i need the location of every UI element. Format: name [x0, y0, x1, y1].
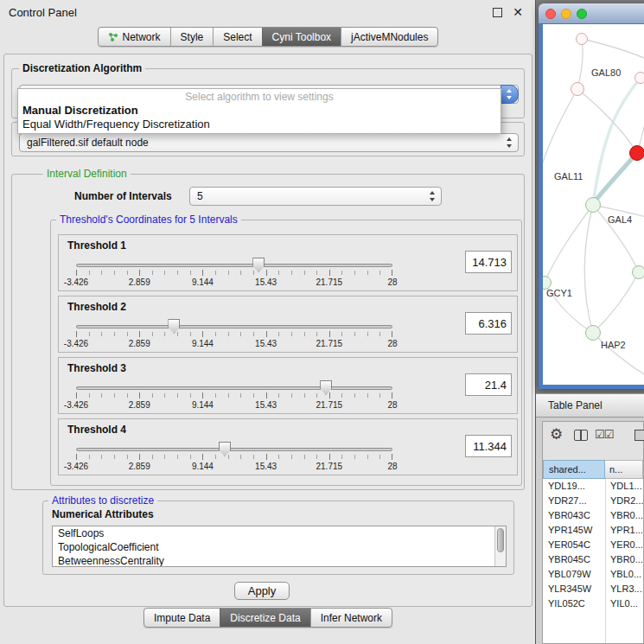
- node-label: GAL4: [608, 214, 632, 225]
- panel-title: Control Panel: [9, 6, 77, 19]
- slider-track[interactable]: [76, 448, 392, 451]
- threshold-2-slider[interactable]: -3.4262.8599.14415.4321.71528: [76, 317, 392, 350]
- threshold-4-slider[interactable]: -3.4262.8599.14415.4321.71528: [76, 440, 392, 473]
- discretization-algorithm-group: Discretization Algorithm Select algorith…: [11, 68, 525, 118]
- cyni-mode-tabs: Impute Data Discretize Data Infer Networ…: [0, 608, 536, 628]
- network-node[interactable]: [585, 197, 601, 213]
- node-label: GCY1: [546, 288, 572, 298]
- column-header-shared-name[interactable]: shared...: [543, 460, 605, 479]
- slider-track[interactable]: [76, 264, 392, 267]
- table-row[interactable]: YER054CYER0...: [543, 538, 643, 552]
- slider-ticks: [76, 271, 392, 275]
- network-node[interactable]: [585, 325, 601, 341]
- threshold-coordinates-group: Threshold's Coordinates for 5 Intervals …: [50, 220, 522, 486]
- numerical-attributes-label: Numerical Attributes: [52, 508, 154, 520]
- group-title: Attributes to discretize: [48, 494, 157, 507]
- list-item[interactable]: BetweennessCentrality: [53, 554, 506, 567]
- number-of-intervals-combobox[interactable]: 5: [189, 187, 442, 206]
- table-function-icon[interactable]: [634, 430, 644, 441]
- tab-discretize-data[interactable]: Discretize Data: [220, 609, 309, 627]
- threshold-1-value-field[interactable]: [465, 251, 512, 273]
- mac-zoom-icon[interactable]: [577, 9, 587, 19]
- column-header-name[interactable]: n...: [605, 460, 643, 479]
- node-label: GAL11: [554, 171, 583, 182]
- table-body: YDL19...YDL1... YDR27...YDR2... YBR043CY…: [543, 479, 643, 643]
- table-row[interactable]: YPR145WYPR1...: [543, 523, 643, 538]
- chevron-updown-icon: [506, 137, 513, 148]
- gear-icon[interactable]: ⚙: [550, 427, 563, 443]
- table-header-row: shared... n...: [543, 460, 643, 479]
- slider-track[interactable]: [76, 386, 392, 390]
- tab-network[interactable]: Network: [99, 28, 170, 46]
- table-row[interactable]: YDR27...YDR2...: [543, 494, 643, 508]
- mac-close-icon[interactable]: [545, 9, 556, 19]
- tab-jactivemnodules[interactable]: jActiveMNodules: [341, 28, 437, 46]
- network-canvas[interactable]: GAL80 GAL11 GAL4 GCY1 HAP2: [543, 24, 644, 385]
- table-data-combobox[interactable]: galFiltered.sif default node: [19, 133, 519, 152]
- group-title: Interval Definition: [43, 168, 131, 180]
- threshold-4-value-field[interactable]: [465, 435, 512, 457]
- tab-impute-data[interactable]: Impute Data: [144, 609, 220, 627]
- table-row[interactable]: YBR045CYBR0...: [543, 552, 643, 567]
- network-node[interactable]: [632, 265, 644, 279]
- select-all-icon[interactable]: ☑☑: [595, 428, 613, 441]
- table-panel-header[interactable]: Table Panel: [536, 393, 644, 418]
- threshold-4-panel: Threshold 4 -3.4262.8599.14415.4321.7152…: [58, 418, 518, 475]
- attributes-group: Attributes to discretize Numerical Attri…: [42, 501, 514, 575]
- algorithm-dropdown-popup: Select algorithm to view settings Manual…: [17, 88, 501, 134]
- threshold-label: Threshold 3: [67, 362, 126, 374]
- network-node[interactable]: [634, 72, 644, 84]
- list-item[interactable]: TopologicalCoefficient: [53, 540, 506, 554]
- slider-track[interactable]: [76, 325, 392, 328]
- tab-style[interactable]: Style: [170, 28, 214, 46]
- float-window-icon[interactable]: [493, 8, 502, 17]
- mac-minimize-icon[interactable]: [561, 9, 571, 19]
- dropdown-prompt: Select algorithm to view settings: [18, 91, 501, 104]
- number-of-intervals-label: Number of Intervals: [74, 190, 172, 202]
- control-panel: Control Panel ✕ Network Style Select Cyn…: [0, 0, 536, 644]
- column-chooser-icon[interactable]: [574, 430, 588, 441]
- network-node[interactable]: [576, 33, 588, 45]
- dropdown-option-manual[interactable]: Manual Discretization: [18, 104, 501, 118]
- chevron-updown-icon: [429, 191, 436, 201]
- attributes-listbox[interactable]: SelfLoops TopologicalCoefficient Between…: [52, 526, 507, 567]
- threshold-3-value-field[interactable]: [465, 373, 512, 396]
- threshold-label: Threshold 1: [67, 239, 126, 252]
- network-view-window: GAL80 GAL11 GAL4 GCY1 HAP2: [539, 3, 644, 389]
- network-node-selected[interactable]: [629, 145, 644, 161]
- network-node[interactable]: [571, 82, 584, 96]
- threshold-label: Threshold 4: [67, 424, 126, 436]
- list-item[interactable]: SelfLoops: [53, 526, 506, 540]
- table-row[interactable]: YLR345WYLR3...: [543, 582, 643, 596]
- threshold-2-value-field[interactable]: [465, 312, 512, 335]
- threshold-1-slider[interactable]: -3.4262.8599.14415.4321.71528: [76, 256, 392, 289]
- threshold-3-slider[interactable]: -3.4262.8599.14415.4321.71528: [76, 379, 392, 411]
- control-panel-tabs: Network Style Select Cyni Toolbox jActiv…: [0, 27, 536, 47]
- table-row[interactable]: YBL079WYBL0...: [543, 567, 643, 582]
- tab-select[interactable]: Select: [213, 28, 261, 46]
- threshold-3-panel: Threshold 3 -3.4262.8599.14415.4321.7152…: [58, 357, 518, 414]
- dropdown-option-equal-width[interactable]: Equal Width/Frequency Discretization: [18, 118, 501, 131]
- column-divider: [605, 479, 606, 643]
- node-label: HAP2: [601, 340, 626, 350]
- combo-stepper[interactable]: [501, 85, 519, 104]
- table-row[interactable]: YIL052CYIL0...: [543, 596, 643, 611]
- scrollbar-thumb[interactable]: [497, 528, 504, 552]
- group-title: Discretization Algorithm: [19, 62, 145, 74]
- tab-cyni-toolbox[interactable]: Cyni Toolbox: [262, 28, 341, 46]
- slider-scale: -3.4262.8599.14415.4321.71528: [76, 339, 392, 349]
- table-panel-title: Table Panel: [548, 399, 603, 411]
- chevron-updown-icon: [506, 89, 513, 99]
- list-scrollbar[interactable]: [494, 526, 506, 566]
- table-row[interactable]: YBR043CYBR0...: [543, 508, 643, 523]
- table-row[interactable]: YDL19...YDL1...: [543, 479, 643, 494]
- tab-infer-network[interactable]: Infer Network: [310, 609, 392, 627]
- network-window-titlebar[interactable]: [539, 3, 644, 24]
- close-icon[interactable]: ✕: [513, 5, 523, 19]
- threshold-label: Threshold 2: [67, 301, 126, 313]
- cyni-toolbox-panel: Discretization Algorithm Select algorith…: [3, 54, 532, 607]
- control-panel-titlebar: Control Panel ✕: [0, 0, 535, 24]
- slider-ticks: [76, 455, 392, 459]
- apply-button[interactable]: Apply: [234, 582, 290, 600]
- interval-definition-group: Interval Definition Number of Intervals …: [11, 174, 525, 490]
